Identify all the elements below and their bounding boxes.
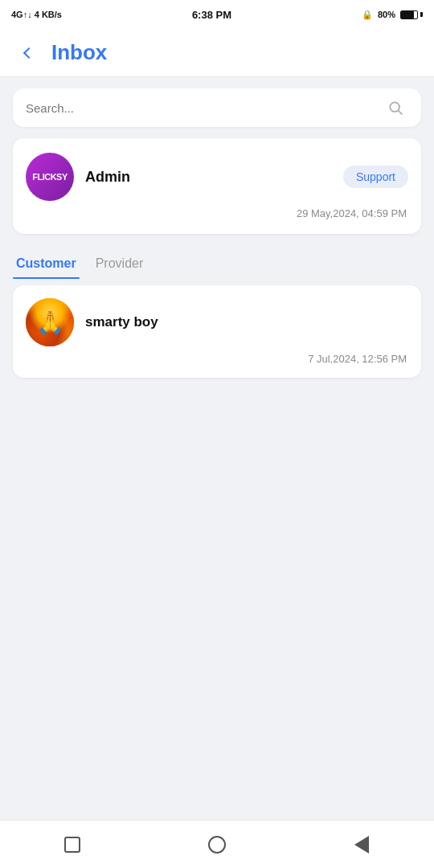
admin-avatar: FLICKSY (26, 153, 74, 201)
header: Inbox (0, 29, 434, 77)
avatar-image: 🙏 (26, 298, 74, 346)
nav-home-button[interactable] (201, 829, 233, 861)
home-icon (208, 836, 226, 854)
bottom-nav (0, 820, 434, 868)
admin-name: Admin (85, 169, 130, 186)
nav-back-button[interactable] (346, 829, 378, 861)
search-input[interactable] (26, 101, 376, 115)
admin-timestamp: 29 May,2024, 04:59 PM (26, 207, 408, 219)
tab-customer-label: Customer (16, 256, 76, 270)
customer-list: 🙏 smarty boy 7 Jul,2024, 12:56 PM (0, 285, 434, 378)
svg-point-0 (390, 102, 399, 112)
avatar-emoji: 🙏 (36, 309, 64, 336)
admin-row: FLICKSY Admin Support (26, 153, 408, 201)
back-button[interactable] (13, 39, 42, 68)
customer-row: 🙏 smarty boy (26, 298, 408, 346)
admin-card[interactable]: FLICKSY Admin Support 29 May,2024, 04:59… (13, 138, 421, 234)
lock-icon: 🔒 (362, 10, 373, 20)
page-title: Inbox (51, 40, 107, 65)
recents-icon (64, 837, 80, 853)
tab-provider[interactable]: Provider (92, 247, 160, 279)
tabs-row: Customer Provider (13, 247, 421, 279)
status-bar: 4G↑↓ 4 KB/s 6:38 PM 🔒 80% (0, 0, 434, 29)
svg-line-1 (399, 111, 403, 115)
flicksy-logo: FLICKSY (32, 172, 68, 182)
status-time: 6:38 PM (192, 9, 231, 21)
tabs-section: Customer Provider (0, 247, 434, 279)
customer-card[interactable]: 🙏 smarty boy 7 Jul,2024, 12:56 PM (13, 285, 421, 378)
nav-recents-button[interactable] (56, 829, 88, 861)
search-icon (387, 100, 403, 116)
customer-timestamp: 7 Jul,2024, 12:56 PM (26, 353, 408, 365)
tab-customer[interactable]: Customer (13, 247, 92, 279)
battery-icon (400, 10, 423, 19)
tab-customer-underline (13, 277, 80, 280)
battery-percent: 80% (378, 10, 395, 19)
search-section (0, 77, 434, 138)
support-badge: Support (343, 166, 408, 188)
search-button[interactable] (383, 95, 408, 121)
back-arrow-icon (23, 47, 35, 58)
status-left: 4G↑↓ 4 KB/s (11, 10, 62, 19)
nav-back-icon (354, 836, 369, 854)
customer-avatar: 🙏 (26, 298, 74, 346)
search-box (13, 88, 421, 127)
signal-text: 4G↑↓ 4 KB/s (11, 10, 62, 19)
customer-name: smarty boy (85, 314, 158, 330)
admin-left: FLICKSY Admin (26, 153, 130, 201)
tab-provider-label: Provider (96, 256, 144, 270)
status-right: 🔒 80% (362, 10, 423, 20)
